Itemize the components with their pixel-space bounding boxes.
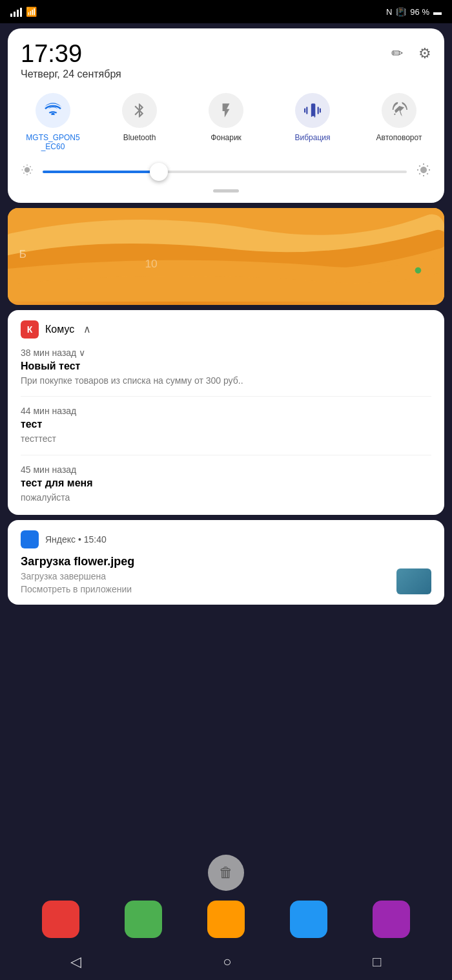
- komus-notification-card[interactable]: К Комус ∧ 38 мин назад ∨ Новый тест При …: [8, 310, 444, 515]
- komus-app-name: Комус: [45, 324, 74, 335]
- trash-icon: 🗑: [219, 864, 233, 881]
- komus-notif-item-3[interactable]: 45 мин назад тест для меня пожалуйста: [21, 464, 431, 505]
- app-icon-orange[interactable]: [207, 901, 245, 938]
- app-icon-purple[interactable]: [373, 901, 410, 938]
- back-button[interactable]: ◁: [70, 954, 81, 970]
- battery-icon: ▬: [433, 7, 442, 17]
- qs-time: 17:39: [21, 41, 121, 66]
- nav-bar: ◁ ○ □: [0, 944, 452, 980]
- yandex-thumbnail: [396, 568, 431, 594]
- wifi-status-icon: 📶: [26, 6, 37, 17]
- wifi-label: MGTS_GPON5_EC60: [26, 133, 79, 152]
- komus-app-icon: К: [21, 320, 39, 339]
- brightness-low-icon: [21, 163, 34, 180]
- komus-chevron[interactable]: ∧: [83, 323, 91, 335]
- notif-title-2: тест: [21, 419, 431, 430]
- svg-text:Б: Б: [19, 247, 26, 260]
- download-icon: ⬇: [26, 533, 34, 545]
- autorotate-toggle[interactable]: Автоповорот: [367, 93, 431, 152]
- wifi-toggle-icon: [36, 93, 70, 128]
- brightness-thumb[interactable]: [150, 163, 168, 181]
- app-icon-red[interactable]: [42, 901, 79, 938]
- bluetooth-toggle[interactable]: Bluetooth: [107, 93, 172, 152]
- yandex-download-title: Загрузка flower.jpeg: [21, 555, 431, 568]
- vibrate-icon: 📳: [396, 7, 406, 17]
- vibration-label: Вибрация: [294, 133, 330, 142]
- wifi-toggle[interactable]: MGTS_GPON5_EC60: [21, 93, 85, 152]
- notif-time-2: 44 мин назад: [21, 406, 431, 416]
- flashlight-toggle-icon: [209, 93, 243, 128]
- bluetooth-toggle-icon: [122, 93, 157, 128]
- flashlight-toggle[interactable]: Фонарик: [194, 93, 258, 152]
- redacted-area: 10 Б: [8, 208, 444, 305]
- yandex-open-link[interactable]: Посмотреть в приложении: [21, 584, 431, 594]
- brightness-high-icon: [416, 162, 431, 182]
- notif-title-1: Новый тест: [21, 360, 431, 372]
- brightness-slider[interactable]: [43, 171, 407, 173]
- vibration-toggle-icon: [295, 93, 330, 128]
- yandex-app-icon: ⬇: [21, 530, 39, 548]
- app-icon-blue[interactable]: [290, 901, 327, 938]
- komus-notif-item-2[interactable]: 44 мин назад тест тесттест: [21, 406, 431, 455]
- autorotate-label: Автоповорот: [376, 133, 422, 142]
- autorotate-toggle-icon: [382, 93, 416, 128]
- time-chevron-1: ∨: [79, 348, 85, 358]
- qs-date: Четверг, 24 сентября: [21, 68, 121, 80]
- notif-body-2: тесттест: [21, 433, 431, 446]
- status-bar: 📶 N 📳 96 % ▬: [0, 0, 452, 23]
- flashlight-label: Фонарик: [211, 133, 241, 142]
- battery-percent: 96 %: [410, 7, 429, 17]
- edit-button[interactable]: ✏: [391, 45, 403, 62]
- notif-body-1: При покупке товаров из списка на сумму о…: [21, 375, 431, 388]
- yandex-download-body: Загрузка завершена: [21, 571, 431, 581]
- qs-toggles: MGTS_GPON5_EC60 Bluetooth Фонарик: [21, 93, 431, 152]
- svg-point-2: [415, 267, 422, 274]
- app-icon-green[interactable]: [125, 901, 162, 938]
- qs-actions: ✏ ⚙: [391, 41, 431, 62]
- notif-time-1: 38 мин назад ∨: [21, 348, 431, 358]
- app-dock: [0, 901, 452, 938]
- yandex-app-info: Яндекс • 15:40: [45, 534, 107, 545]
- yandex-header: ⬇ Яндекс • 15:40: [21, 530, 431, 548]
- home-button[interactable]: ○: [223, 954, 231, 970]
- brightness-row: [21, 162, 431, 182]
- qs-time-date: 17:39 Четверг, 24 сентября: [21, 41, 121, 80]
- notif-time-3: 45 мин назад: [21, 464, 431, 475]
- recents-button[interactable]: □: [373, 954, 381, 970]
- brightness-fill: [43, 171, 159, 173]
- status-left: 📶: [10, 6, 37, 17]
- quick-settings-panel: 17:39 Четверг, 24 сентября ✏ ⚙ MGTS_GPON…: [8, 28, 444, 203]
- signal-icon: [10, 6, 22, 17]
- bluetooth-label: Bluetooth: [123, 133, 156, 142]
- komus-header: К Комус ∧: [21, 320, 431, 339]
- drag-handle[interactable]: [213, 189, 239, 193]
- nfc-icon: N: [386, 7, 392, 17]
- vibration-toggle[interactable]: Вибрация: [280, 93, 345, 152]
- svg-text:10: 10: [145, 257, 157, 270]
- notif-title-3: тест для меня: [21, 477, 431, 489]
- qs-header: 17:39 Четверг, 24 сентября ✏ ⚙: [21, 41, 431, 80]
- yandex-notification-card[interactable]: ⬇ Яндекс • 15:40 Загрузка flower.jpeg За…: [8, 520, 444, 605]
- settings-button[interactable]: ⚙: [418, 45, 431, 62]
- komus-notif-item-1[interactable]: 38 мин назад ∨ Новый тест При покупке то…: [21, 348, 431, 397]
- status-right: N 📳 96 % ▬: [386, 7, 442, 17]
- trash-button[interactable]: 🗑: [208, 855, 244, 891]
- notif-body-3: пожалуйста: [21, 492, 431, 505]
